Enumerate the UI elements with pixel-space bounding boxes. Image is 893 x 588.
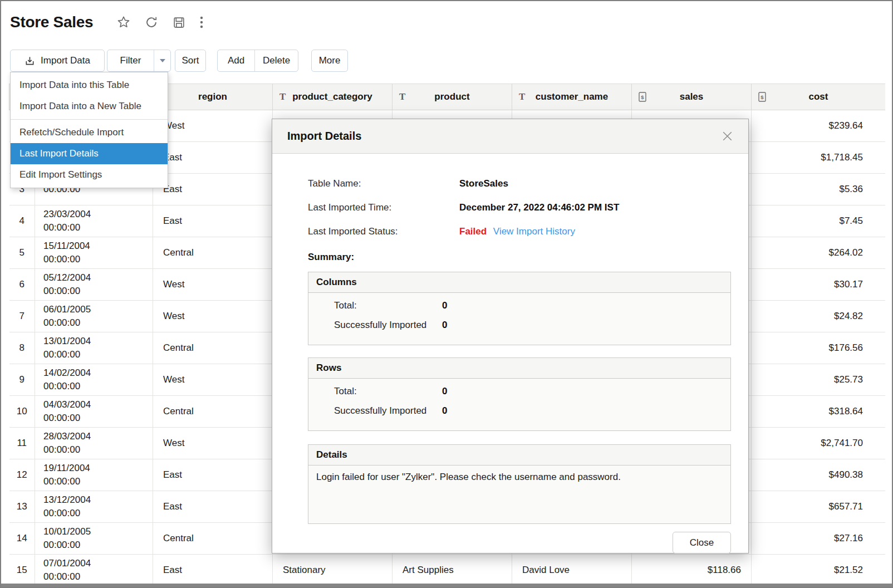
cell-date[interactable]: 05/12/200400:00:00 [35, 269, 153, 301]
dialog-body: Table Name: StoreSales Last Imported Tim… [272, 154, 748, 553]
cell-row-number[interactable]: 7 [9, 301, 35, 332]
cell-region[interactable]: West [153, 364, 273, 396]
table-row: 1507/01/200400:00:00EastStationaryArt Su… [9, 555, 886, 585]
cell-region[interactable]: East [153, 555, 273, 585]
cell-row-number[interactable]: 11 [9, 428, 35, 459]
more-button[interactable]: More [311, 50, 348, 72]
menu-item-last-import-details[interactable]: Last Import Details [11, 143, 168, 164]
columns-summary-box: Columns Total: 0 Successfully Imported 0 [308, 272, 731, 345]
cell-region[interactable]: East [153, 174, 273, 205]
cell-row-number[interactable]: 12 [9, 459, 35, 491]
cell-row-number[interactable]: 6 [9, 269, 35, 301]
view-import-history-link[interactable]: View Import History [493, 226, 575, 237]
column-header-region[interactable]: region [153, 84, 273, 110]
cell-date[interactable]: 23/03/200400:00:00 [35, 205, 153, 237]
cell-cost[interactable]: $25.73 [752, 364, 886, 396]
cell-row-number[interactable]: 14 [9, 523, 35, 555]
cell-cost[interactable]: $264.02 [752, 237, 886, 269]
cell-date[interactable]: 04/03/200400:00:00 [35, 396, 153, 428]
cell-cost[interactable]: $176.56 [752, 332, 886, 364]
column-header-product[interactable]: Tproduct [392, 84, 512, 110]
cell-product[interactable]: Art Supplies [392, 555, 512, 585]
add-button[interactable]: Add [218, 50, 255, 71]
cell-row-number[interactable]: 13 [9, 491, 35, 523]
cell-cost[interactable]: $7.45 [752, 205, 886, 237]
currency-type-icon: $ [758, 92, 766, 102]
cell-row-number[interactable]: 5 [9, 237, 35, 269]
import-data-button[interactable]: Import Data [10, 50, 105, 72]
cell-cost[interactable]: $27.16 [752, 523, 886, 555]
cell-date[interactable]: 19/11/200400:00:00 [35, 459, 153, 491]
cell-date[interactable]: 28/03/200400:00:00 [35, 428, 153, 459]
cell-cost[interactable]: $657.71 [752, 491, 886, 523]
cell-region[interactable]: West [153, 428, 273, 459]
filter-button[interactable]: Filter [107, 50, 171, 72]
import-data-label: Import Data [41, 55, 90, 66]
horizontal-scrollbar[interactable] [1, 584, 892, 587]
date-line: 04/03/2004 [43, 398, 153, 411]
date-line: 00:00:00 [43, 411, 153, 425]
kebab-menu-icon[interactable] [199, 15, 204, 30]
cell-date[interactable]: 13/12/200400:00:00 [35, 491, 153, 523]
refresh-icon[interactable] [144, 15, 159, 30]
cell-cost[interactable]: $24.82 [752, 301, 886, 332]
cell-date[interactable]: 13/01/200400:00:00 [35, 332, 153, 364]
cell-cost[interactable]: $490.38 [752, 459, 886, 491]
date-line: 00:00:00 [43, 221, 153, 234]
column-header-sales[interactable]: $sales [632, 84, 752, 110]
cell-region[interactable]: West [153, 269, 273, 301]
menu-item-refetch-schedule-import[interactable]: Refetch/Schedule Import [11, 122, 168, 143]
cell-region[interactable]: Central [153, 237, 273, 269]
date-line: 00:00:00 [43, 253, 153, 266]
cell-region[interactable]: East [153, 459, 273, 491]
save-icon[interactable] [172, 16, 186, 30]
sort-button[interactable]: Sort [175, 50, 206, 72]
cell-row-number[interactable]: 9 [9, 364, 35, 396]
cell-row-number[interactable]: 8 [9, 332, 35, 364]
page-title: Store Sales [10, 13, 93, 31]
cell-region[interactable]: East [153, 142, 273, 174]
cell-product-category[interactable]: Stationary [273, 555, 392, 585]
column-header-cost[interactable]: $cost [752, 84, 886, 110]
close-icon[interactable] [720, 129, 735, 144]
menu-item-import-into-new-table[interactable]: Import Data into a New Table [11, 96, 168, 117]
menu-item-edit-import-settings[interactable]: Edit Import Settings [11, 164, 168, 185]
cell-row-number[interactable]: 4 [9, 205, 35, 237]
cell-customer-name[interactable]: David Love [512, 555, 632, 585]
column-header-customer_name[interactable]: Tcustomer_name [512, 84, 632, 110]
app-header: Store Sales [10, 13, 204, 31]
cell-region[interactable]: East [153, 491, 273, 523]
menu-item-import-into-this-table[interactable]: Import Data into this Table [11, 75, 168, 96]
cell-region[interactable]: East [153, 205, 273, 237]
cell-region[interactable]: Central [153, 523, 273, 555]
cell-region[interactable]: Central [153, 332, 273, 364]
cell-row-number[interactable]: 10 [9, 396, 35, 428]
column-header-product_category[interactable]: Tproduct_category [273, 84, 392, 110]
cell-cost[interactable]: $318.64 [752, 396, 886, 428]
date-line: 00:00:00 [43, 570, 153, 584]
cell-cost[interactable]: $21.52 [752, 555, 886, 585]
cell-cost[interactable]: $1,718.45 [752, 142, 886, 174]
dialog-header: Import Details [272, 119, 748, 154]
cell-date[interactable]: 06/01/200500:00:00 [35, 301, 153, 332]
cell-cost[interactable]: $2,741.70 [752, 428, 886, 459]
filter-dropdown-toggle[interactable] [154, 50, 170, 71]
cell-region[interactable]: West [153, 301, 273, 332]
cell-date[interactable]: 07/01/200400:00:00 [35, 555, 153, 585]
header-icons [116, 15, 204, 30]
star-icon[interactable] [116, 15, 131, 30]
cell-cost[interactable]: $239.64 [752, 110, 886, 142]
columns-summary-title: Columns [308, 272, 730, 293]
delete-button[interactable]: Delete [255, 50, 298, 71]
close-button[interactable]: Close [673, 532, 731, 553]
cell-date[interactable]: 15/11/200400:00:00 [35, 237, 153, 269]
cell-cost[interactable]: $5.36 [752, 174, 886, 205]
cell-cost[interactable]: $30.17 [752, 269, 886, 301]
columns-imported-row: Successfully Imported 0 [334, 320, 723, 331]
cell-row-number[interactable]: 15 [9, 555, 35, 585]
cell-region[interactable]: West [153, 110, 273, 142]
cell-sales[interactable]: $118.66 [632, 555, 752, 585]
cell-region[interactable]: Central [153, 396, 273, 428]
cell-date[interactable]: 14/02/200400:00:00 [35, 364, 153, 396]
cell-date[interactable]: 10/01/200500:00:00 [35, 523, 153, 555]
